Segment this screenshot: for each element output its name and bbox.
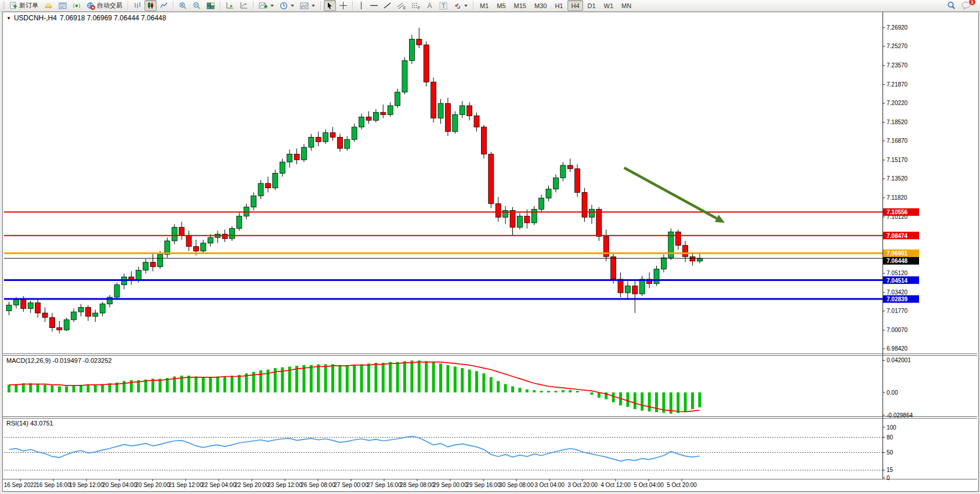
- svg-text:3 Oct 20:00: 3 Oct 20:00: [567, 482, 598, 488]
- svg-text:7.16870: 7.16870: [887, 138, 908, 144]
- time-axis-labels: 16 Sep 202216 Sep 16:0019 Sep 12:0020 Se…: [4, 479, 697, 488]
- publisher-button[interactable]: [56, 0, 69, 11]
- rsi-indicator-label: RSI(14) 43.0751: [6, 420, 53, 427]
- timeframe-mn-button[interactable]: MN: [618, 0, 635, 11]
- svg-text:28 Sep 08:00: 28 Sep 08:00: [400, 482, 435, 488]
- svg-text:7.11820: 7.11820: [887, 194, 907, 201]
- svg-text:0.00: 0.00: [887, 390, 898, 396]
- dropdown-caret: [464, 5, 468, 7]
- toolbar-separator: [320, 1, 321, 10]
- timeframe-h4-button[interactable]: H4: [567, 0, 583, 11]
- templates-button[interactable]: [298, 0, 317, 11]
- svg-text:6.98420: 6.98420: [887, 345, 908, 352]
- svg-text:7.23570: 7.23570: [887, 62, 908, 68]
- crosshair-button[interactable]: [337, 0, 349, 11]
- timeframe-m5-button[interactable]: M5: [493, 0, 509, 11]
- new-chart-button[interactable]: [256, 0, 276, 11]
- macd-histogram: [9, 360, 700, 414]
- fibonacci-icon: F: [411, 2, 420, 10]
- notification-badge: 1: [968, 0, 976, 6]
- timeframe-d1-button[interactable]: D1: [584, 0, 599, 11]
- clock-icon: [280, 2, 288, 10]
- horizontal-line-icon: [370, 2, 378, 9]
- svg-text:5 Oct 04:00: 5 Oct 04:00: [634, 482, 664, 488]
- auto-scroll-button[interactable]: [223, 0, 236, 11]
- auto-trading-button[interactable]: 自动交易: [84, 0, 125, 11]
- text-label-button[interactable]: T: [437, 0, 450, 11]
- toolbar-separator: [128, 1, 128, 10]
- chart-bars-button[interactable]: [131, 0, 143, 11]
- tile-windows-button[interactable]: [204, 0, 217, 11]
- svg-text:7.02839: 7.02839: [887, 296, 908, 302]
- svg-text:E: E: [403, 6, 406, 10]
- svg-text:20 Sep 04:00: 20 Sep 04:00: [102, 482, 137, 488]
- zoom-out-button[interactable]: [190, 0, 203, 11]
- vertical-line-icon: [358, 2, 364, 9]
- text-icon: A: [426, 2, 433, 9]
- symbol-timeframe-label: USDCNH-,H4: [14, 14, 57, 22]
- svg-text:30 Sep 08:00: 30 Sep 08:00: [499, 482, 534, 488]
- chart-plot-area[interactable]: 7.269207.252707.235707.218707.202207.185…: [3, 12, 977, 490]
- svg-text:5 Oct 20:00: 5 Oct 20:00: [667, 482, 697, 488]
- timeframe-w1-button[interactable]: W1: [601, 0, 617, 11]
- timeframe-h1-button[interactable]: H1: [551, 0, 566, 11]
- text-button[interactable]: A: [424, 0, 436, 11]
- collapse-triangle-icon[interactable]: ▼: [6, 16, 11, 21]
- svg-text:7.20220: 7.20220: [887, 100, 908, 106]
- svg-text:15: 15: [887, 467, 894, 473]
- arrows-button[interactable]: [451, 0, 470, 11]
- dropdown-caret: [270, 5, 274, 7]
- chart-candles-button[interactable]: [144, 0, 157, 11]
- toolbar-separator: [473, 1, 473, 10]
- trend-arrow: [624, 168, 725, 223]
- autotrade-globe-icon: [86, 2, 95, 10]
- svg-text:27 Sep 16:00: 27 Sep 16:00: [367, 482, 402, 488]
- svg-text:27 Sep 00:00: 27 Sep 00:00: [334, 482, 368, 488]
- svg-text:7.01770: 7.01770: [887, 308, 908, 314]
- signals-button[interactable]: [70, 0, 83, 11]
- rsi-levels: [4, 437, 883, 470]
- new-order-button[interactable]: 新订单: [7, 0, 41, 11]
- crosshair-icon: [339, 2, 347, 9]
- cursor-icon: [326, 2, 334, 9]
- timeframe-m15-button[interactable]: M15: [511, 0, 530, 11]
- template-icon: [300, 2, 309, 10]
- svg-text:80: 80: [887, 434, 894, 441]
- trendline-button[interactable]: [381, 0, 393, 11]
- timeframe-m1-button[interactable]: M1: [476, 0, 492, 11]
- gold-button[interactable]: [42, 0, 55, 11]
- price-axis-labels: 7.269207.252707.235707.218707.202207.185…: [883, 24, 908, 352]
- svg-text:-0.029864: -0.029864: [887, 412, 913, 419]
- rsi-axis-labels: 1008050150: [883, 424, 896, 481]
- svg-text:7.00070: 7.00070: [887, 327, 908, 333]
- dropdown-caret: [312, 5, 315, 7]
- chart-header: ▼ USDCNH-,H4 7.06918 7.06969 7.06444 7.0…: [6, 14, 166, 22]
- cursor-button[interactable]: [324, 0, 336, 11]
- fibonacci-button[interactable]: F: [409, 0, 422, 11]
- auto-trading-label: 自动交易: [97, 1, 122, 10]
- toolbar-separator: [173, 1, 173, 10]
- macd-indicator-label: MACD(12,26,9) -0.019497 -0.023252: [6, 357, 112, 364]
- period-button[interactable]: [277, 0, 296, 11]
- chart-shift-button[interactable]: [237, 0, 250, 11]
- svg-text:4 Oct 12:00: 4 Oct 12:00: [601, 482, 631, 488]
- toolbar-separator: [352, 1, 353, 10]
- toolbar-grip: [3, 2, 5, 10]
- timeframe-m30-button[interactable]: M30: [531, 0, 550, 11]
- chat-button[interactable]: 1: [959, 0, 974, 11]
- horizontal-line-button[interactable]: [368, 0, 380, 11]
- zoom-out-icon: [193, 2, 201, 10]
- svg-text:7.03420: 7.03420: [887, 289, 908, 295]
- svg-text:0: 0: [887, 475, 890, 481]
- trendline-icon: [384, 2, 391, 9]
- chart-line-button[interactable]: [158, 0, 170, 11]
- zoom-in-button[interactable]: [176, 0, 189, 11]
- price-tags: 7.105567.084747.069017.064487.045147.028…: [883, 208, 919, 303]
- tile-windows-icon: [207, 2, 215, 10]
- svg-text:29 Sep 00:00: 29 Sep 00:00: [433, 482, 468, 488]
- equidistant-channel-button[interactable]: E: [395, 0, 408, 11]
- search-button[interactable]: [945, 0, 958, 11]
- svg-text:7.05120: 7.05120: [887, 270, 908, 276]
- vertical-line-button[interactable]: [356, 0, 367, 11]
- dropdown-caret: [291, 5, 294, 7]
